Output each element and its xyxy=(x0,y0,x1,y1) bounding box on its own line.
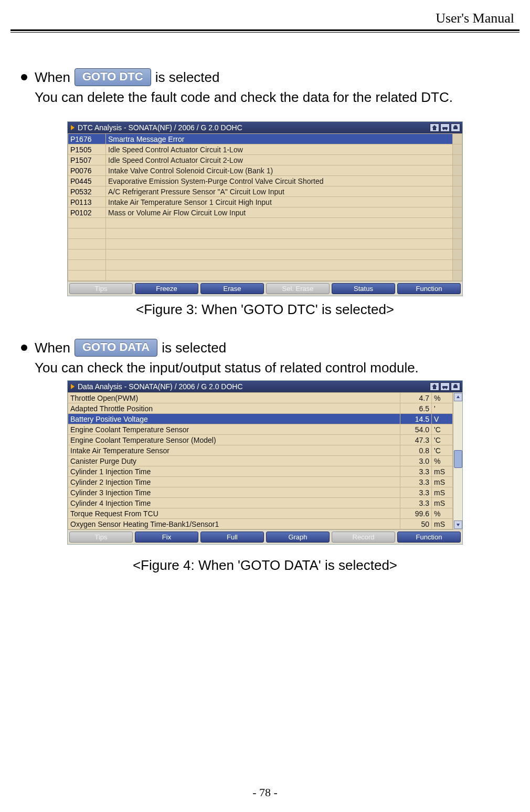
scroll-gutter xyxy=(453,134,462,144)
data-analysis-panel: Data Analysis - SONATA(NF) / 2006 / G 2.… xyxy=(67,380,463,545)
table-row[interactable]: Cylinder 2 Injection Time3.3mS xyxy=(68,477,453,487)
scroll-gutter xyxy=(453,186,462,197)
param-unit: mS xyxy=(432,477,453,487)
footer-button-graph[interactable]: Graph xyxy=(266,532,330,543)
section1-body: You can delete the fault code and check … xyxy=(35,89,509,106)
param-value: 54.0 xyxy=(400,424,432,435)
param-name: Intake Air Temperature Sensor xyxy=(68,445,400,456)
param-value: 3.3 xyxy=(400,498,432,508)
param-value: 3.3 xyxy=(400,487,432,498)
table-row[interactable]: Cylinder 3 Injection Time3.3mS xyxy=(68,487,453,498)
table-row[interactable] xyxy=(68,218,462,228)
svg-point-7 xyxy=(446,388,447,389)
dtc-table[interactable]: P1676Smartra Message ErrorP1505Idle Spee… xyxy=(68,133,462,281)
footer-button-function[interactable]: Function xyxy=(397,532,461,543)
print-icon[interactable] xyxy=(451,382,460,391)
footer-button-freeze[interactable]: Freeze xyxy=(135,283,198,294)
param-value: 0.8 xyxy=(400,445,432,456)
table-row[interactable]: P0532A/C Refrigerant Pressure Sensor "A"… xyxy=(68,186,462,197)
bullet-icon xyxy=(21,74,27,80)
scroll-down-icon[interactable] xyxy=(454,520,462,529)
param-name: Throttle Open(PWM) xyxy=(68,393,400,403)
data-footer: TipsFixFullGraphRecordFunction xyxy=(68,529,462,544)
figure3-caption: <Figure 3: When 'GOTO DTC' is selected> xyxy=(21,301,509,318)
goto-dtc-button[interactable]: GOTO DTC xyxy=(75,68,151,86)
param-name: Cylinder 2 Injection Time xyxy=(68,477,400,487)
scroll-gutter xyxy=(453,207,462,218)
param-value: 6.5 xyxy=(400,403,432,414)
table-row[interactable]: P0445Evaporative Emission System-Purge C… xyxy=(68,176,462,186)
triangle-icon xyxy=(71,125,75,130)
param-name: Engine Coolant Temperature Sensor (Model… xyxy=(68,435,400,445)
dtc-desc: A/C Refrigerant Pressure Sensor "A" Circ… xyxy=(106,186,453,197)
svg-rect-4 xyxy=(454,126,457,127)
dtc-desc: Intake Air Temperature Sensor 1 Circuit … xyxy=(106,197,453,207)
data-table[interactable]: Throttle Open(PWM)4.7%Adapted Throttle P… xyxy=(68,392,453,529)
section2-body: You can check the input/output status of… xyxy=(35,360,509,376)
table-row[interactable]: Battery Positive Voltage14.5V xyxy=(68,414,453,424)
table-row[interactable]: Engine Coolant Temperature Sensor (Model… xyxy=(68,435,453,445)
print-icon[interactable] xyxy=(451,123,460,132)
table-row[interactable]: Oxygen Sensor Heating Time-Bank1/Sensor1… xyxy=(68,519,453,529)
param-value: 99.6 xyxy=(400,508,432,519)
home-icon[interactable] xyxy=(430,123,439,132)
car-icon[interactable] xyxy=(440,382,450,391)
param-unit: 'C xyxy=(432,424,453,435)
table-row[interactable]: Cylinder 1 Injection Time3.3mS xyxy=(68,466,453,477)
table-row[interactable]: P0113Intake Air Temperature Sensor 1 Cir… xyxy=(68,197,462,207)
bullet-icon xyxy=(21,345,27,351)
param-unit: ' xyxy=(432,403,453,414)
table-row[interactable]: P1507Idle Speed Control Actuator Circuit… xyxy=(68,155,462,165)
table-row[interactable]: Adapted Throttle Position6.5' xyxy=(68,403,453,414)
bullet-line-goto-data: When GOTO DATA is selected xyxy=(21,339,509,357)
table-row[interactable]: P1505Idle Speed Control Actuator Circuit… xyxy=(68,144,462,155)
goto-data-button[interactable]: GOTO DATA xyxy=(75,339,157,357)
table-row[interactable]: P0102Mass or Volume Air Flow Circuit Low… xyxy=(68,207,462,218)
dtc-desc: Evaporative Emission System-Purge Contro… xyxy=(106,176,453,186)
scroll-track[interactable] xyxy=(454,402,462,520)
is-selected-text: is selected xyxy=(155,69,220,86)
table-row[interactable]: Canister Purge Duty3.0% xyxy=(68,456,453,466)
dtc-code: P0076 xyxy=(68,165,106,176)
footer-button-function[interactable]: Function xyxy=(397,283,461,294)
table-row[interactable]: Cylinder 4 Injection Time3.3mS xyxy=(68,498,453,508)
table-row[interactable]: P1676Smartra Message Error xyxy=(68,134,462,144)
footer-button-tips: Tips xyxy=(69,532,133,543)
svg-rect-5 xyxy=(442,386,448,388)
footer-button-status[interactable]: Status xyxy=(332,283,395,294)
table-row[interactable] xyxy=(68,239,462,249)
footer-button-fix[interactable]: Fix xyxy=(135,532,198,543)
home-icon[interactable] xyxy=(430,382,439,391)
param-value: 3.0 xyxy=(400,456,432,466)
data-title: Data Analysis - SONATA(NF) / 2006 / G 2.… xyxy=(78,382,430,391)
param-name: Cylinder 4 Injection Time xyxy=(68,498,400,508)
table-row[interactable] xyxy=(68,249,462,260)
table-row[interactable]: Torque Request From TCU99.6% xyxy=(68,508,453,519)
param-value: 4.7 xyxy=(400,393,432,403)
param-unit: 'C xyxy=(432,435,453,445)
dtc-desc: Smartra Message Error xyxy=(106,134,453,144)
dtc-code: P0113 xyxy=(68,197,106,207)
param-value: 47.3 xyxy=(400,435,432,445)
table-row[interactable]: Engine Coolant Temperature Sensor54.0'C xyxy=(68,424,453,435)
when-text: When xyxy=(35,69,70,86)
scroll-up-icon[interactable] xyxy=(454,393,462,401)
footer-button-sel-erase: Sel. Erase xyxy=(266,283,330,294)
table-row[interactable] xyxy=(68,260,462,270)
car-icon[interactable] xyxy=(440,123,450,132)
footer-button-erase[interactable]: Erase xyxy=(200,283,264,294)
table-row[interactable] xyxy=(68,228,462,239)
param-name: Engine Coolant Temperature Sensor xyxy=(68,424,400,435)
table-row[interactable] xyxy=(68,270,462,281)
dtc-desc: Idle Speed Control Actuator Circuit 1-Lo… xyxy=(106,144,453,155)
table-row[interactable]: Intake Air Temperature Sensor0.8'C xyxy=(68,445,453,456)
scroll-gutter xyxy=(453,197,462,207)
param-value: 50 xyxy=(400,519,432,529)
footer-button-full[interactable]: Full xyxy=(200,532,264,543)
is-selected-text: is selected xyxy=(162,340,226,356)
scrollbar[interactable] xyxy=(453,392,462,529)
table-row[interactable]: Throttle Open(PWM)4.7% xyxy=(68,393,453,403)
table-row[interactable]: P0076Intake Valve Control Solenoid Circu… xyxy=(68,165,462,176)
param-unit: % xyxy=(432,508,453,519)
scroll-thumb[interactable] xyxy=(454,450,462,468)
